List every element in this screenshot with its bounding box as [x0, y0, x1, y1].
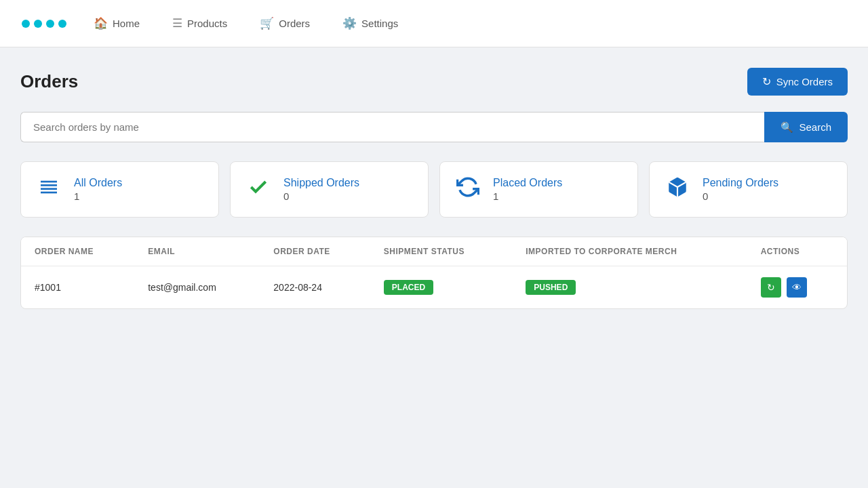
search-button[interactable]: 🔍 Search: [764, 112, 848, 142]
settings-icon: ⚙️: [342, 16, 357, 30]
products-icon: ☰: [172, 16, 182, 30]
resync-icon: ↻: [767, 282, 775, 293]
nav-item-home[interactable]: 🏠 Home: [88, 14, 145, 33]
table-header-row: ORDER NAME EMAIL ORDER DATE SHIPMENT STA…: [21, 237, 847, 266]
filter-card-all-orders[interactable]: All Orders 1: [20, 161, 219, 218]
cell-email: test@gmail.com: [134, 266, 260, 309]
search-icon: 🔍: [781, 121, 793, 134]
filter-card-shipped-orders[interactable]: Shipped Orders 0: [230, 161, 429, 218]
nav-label-orders: Orders: [279, 18, 310, 29]
cell-order-name: #1001: [21, 266, 134, 309]
logo-dot-2: [34, 20, 42, 28]
all-orders-count: 1: [74, 190, 122, 202]
table-row: #1001 test@gmail.com 2022-08-24 PLACED P…: [21, 266, 847, 309]
col-order-name: ORDER NAME: [21, 237, 134, 266]
col-shipment-status: SHIPMENT STATUS: [370, 237, 512, 266]
all-orders-icon: [35, 176, 63, 203]
page-title: Orders: [20, 71, 78, 92]
filter-cards: All Orders 1 Shipped Orders 0: [20, 161, 848, 218]
filter-card-placed-info: Placed Orders 1: [493, 177, 562, 202]
placed-orders-count: 1: [493, 190, 562, 202]
cell-imported: PUSHED: [512, 266, 747, 309]
search-button-label: Search: [799, 121, 831, 133]
col-email: EMAIL: [134, 237, 260, 266]
placed-orders-label: Placed Orders: [493, 177, 562, 189]
pending-orders-icon: [663, 176, 692, 203]
nav-label-home: Home: [113, 18, 140, 29]
logo: [22, 20, 66, 28]
col-imported: IMPORTED TO CORPORATE MERCH: [512, 237, 747, 266]
col-order-date: ORDER DATE: [260, 237, 370, 266]
shipped-orders-label: Shipped Orders: [283, 177, 359, 189]
imported-status-badge: PUSHED: [526, 280, 576, 295]
search-input[interactable]: [20, 112, 764, 142]
main-content: Orders ↻ Sync Orders 🔍 Search All: [0, 47, 868, 329]
cell-shipment-status: PLACED: [370, 266, 512, 309]
shipment-status-badge: PLACED: [384, 280, 433, 295]
filter-card-all-info: All Orders 1: [74, 177, 122, 202]
pending-orders-count: 0: [703, 190, 778, 202]
orders-table: ORDER NAME EMAIL ORDER DATE SHIPMENT STA…: [20, 237, 848, 309]
orders-icon: 🛒: [260, 16, 274, 30]
filter-card-shipped-info: Shipped Orders 0: [283, 177, 359, 202]
filter-card-pending-orders[interactable]: Pending Orders 0: [649, 161, 848, 218]
sync-orders-button[interactable]: ↻ Sync Orders: [747, 68, 848, 96]
view-order-button[interactable]: 👁: [787, 277, 807, 298]
search-row: 🔍 Search: [20, 112, 848, 142]
filter-card-placed-orders[interactable]: Placed Orders 1: [439, 161, 638, 218]
pending-orders-label: Pending Orders: [703, 177, 778, 189]
filter-card-pending-info: Pending Orders 0: [703, 177, 778, 202]
resync-order-button[interactable]: ↻: [761, 277, 781, 298]
sync-button-label: Sync Orders: [776, 76, 833, 87]
cell-order-date: 2022-08-24: [260, 266, 370, 309]
nav-label-products: Products: [187, 18, 227, 29]
logo-dot-1: [22, 20, 30, 28]
cell-actions: ↻ 👁: [747, 266, 847, 309]
nav-label-settings: Settings: [361, 18, 398, 29]
nav-item-orders[interactable]: 🛒 Orders: [254, 14, 315, 33]
nav-item-settings[interactable]: ⚙️ Settings: [337, 14, 403, 33]
logo-dot-4: [58, 20, 66, 28]
sync-icon: ↻: [762, 75, 771, 88]
logo-dot-3: [46, 20, 54, 28]
all-orders-label: All Orders: [74, 177, 122, 189]
top-navigation: 🏠 Home ☰ Products 🛒 Orders ⚙️ Settings: [0, 0, 868, 47]
shipped-orders-icon: [244, 176, 273, 203]
col-actions: ACTIONS: [747, 237, 847, 266]
nav-item-products[interactable]: ☰ Products: [167, 14, 233, 33]
shipped-orders-count: 0: [283, 190, 359, 202]
eye-icon: 👁: [792, 282, 802, 293]
placed-orders-icon: [454, 176, 482, 203]
page-header: Orders ↻ Sync Orders: [20, 68, 848, 96]
home-icon: 🏠: [94, 16, 108, 30]
